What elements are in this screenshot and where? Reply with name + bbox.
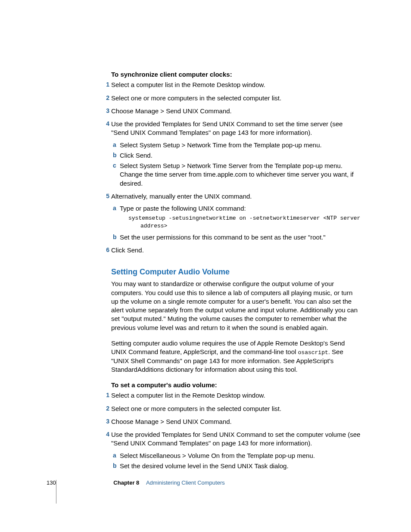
substep: c Select System Setup > Network Time Ser…: [120, 162, 361, 188]
substep-text: Set the user permissions for this comman…: [120, 233, 326, 241]
page-number: 130: [47, 479, 56, 487]
substep: b Click Send.: [120, 151, 361, 160]
step: 2 Select one or more computers in the se…: [111, 94, 361, 103]
code-line: address>: [128, 222, 361, 230]
step: 3 Choose Manage > Send UNIX Command.: [111, 107, 361, 115]
substep-marker: a: [113, 451, 118, 460]
step: 6 Click Send.: [111, 246, 361, 255]
step: 4 Use the provided Templates for Send UN…: [111, 120, 361, 188]
substep-text: Click Send.: [120, 152, 153, 159]
page-footer: 130 Chapter 8 Administering Client Compu…: [47, 479, 365, 487]
step-marker: 1: [104, 81, 109, 89]
step-text: Click Send.: [111, 246, 144, 254]
step-marker: 5: [104, 192, 109, 200]
step-marker: 1: [104, 391, 109, 399]
code-line: systemsetup -setusingnetworktime on -set…: [128, 215, 361, 222]
step-text: Use the provided Templates for Send UNIX…: [111, 431, 360, 447]
substep-marker: a: [113, 141, 118, 149]
step: 5 Alternatively, manually enter the UNIX…: [111, 192, 361, 242]
substep: a Select Miscellaneous > Volume On from …: [120, 451, 361, 460]
step-marker: 2: [104, 94, 109, 102]
step: 3 Choose Manage > Send UNIX Command.: [111, 417, 361, 426]
step-text: Select a computer list in the Remote Des…: [111, 392, 265, 399]
step: 2 Select one or more computers in the se…: [111, 404, 361, 413]
step: 1 Select a computer list in the Remote D…: [111, 391, 361, 400]
lead-in-sync: To synchronize client computer clocks:: [111, 70, 361, 79]
substep-text: Select System Setup > Network Time Serve…: [120, 162, 354, 187]
substep: a Select System Setup > Network Time fro…: [120, 141, 361, 149]
section-heading-volume: Setting Computer Audio Volume: [111, 267, 361, 277]
step-marker: 4: [104, 120, 109, 128]
substep-marker: b: [113, 233, 118, 241]
substep-text: Select System Setup > Network Time from …: [120, 141, 322, 149]
steps-sync: 1 Select a computer list in the Remote D…: [111, 81, 361, 255]
chapter-title: Administering Client Computers: [146, 479, 225, 486]
step: 1 Select a computer list in the Remote D…: [111, 81, 361, 89]
step-text: Choose Manage > Send UNIX Command.: [111, 418, 232, 425]
lead-in-volume: To set a computer's audio volume:: [111, 381, 361, 389]
substep: a Type or paste the following UNIX comma…: [120, 204, 361, 230]
paragraph: Setting computer audio volume requires t…: [111, 339, 361, 374]
step: 4 Use the provided Templates for Send UN…: [111, 430, 361, 470]
paragraph: You may want to standardize or otherwise…: [111, 280, 361, 332]
substep-marker: b: [113, 462, 118, 470]
substeps: a Select Miscellaneous > Volume On from …: [120, 451, 361, 471]
substep-text: Type or paste the following UNIX command…: [120, 205, 246, 212]
step-text: Select one or more computers in the sele…: [111, 94, 281, 102]
code-block: systemsetup -setusingnetworktime on -set…: [128, 215, 361, 230]
footer-divider: [56, 480, 56, 504]
step-marker: 3: [104, 107, 109, 115]
step-marker: 4: [104, 430, 109, 439]
steps-volume: 1 Select a computer list in the Remote D…: [111, 391, 361, 470]
substep-text: Set the desired volume level in the Send…: [120, 462, 289, 470]
inline-code: osascript: [298, 349, 328, 356]
step-text: Choose Manage > Send UNIX Command.: [111, 107, 232, 115]
step-text: Select one or more computers in the sele…: [111, 405, 281, 412]
substep-marker: a: [113, 204, 118, 212]
substep: b Set the desired volume level in the Se…: [120, 462, 361, 470]
substep-text: Select Miscellaneous > Volume On from th…: [120, 452, 315, 459]
step-marker: 2: [104, 404, 109, 413]
step-marker: 3: [104, 417, 109, 426]
substep: b Set the user permissions for this comm…: [120, 233, 361, 242]
chapter-label: Chapter 8: [113, 479, 139, 486]
step-marker: 6: [104, 246, 109, 254]
substeps: a Select System Setup > Network Time fro…: [120, 141, 361, 188]
step-text: Alternatively, manually enter the UNIX c…: [111, 193, 252, 200]
step-text: Use the provided Templates for Send UNIX…: [111, 120, 342, 136]
substeps: a Type or paste the following UNIX comma…: [120, 204, 361, 242]
substep-marker: c: [113, 162, 118, 170]
substep-marker: b: [113, 151, 118, 159]
step-text: Select a computer list in the Remote Des…: [111, 81, 265, 88]
